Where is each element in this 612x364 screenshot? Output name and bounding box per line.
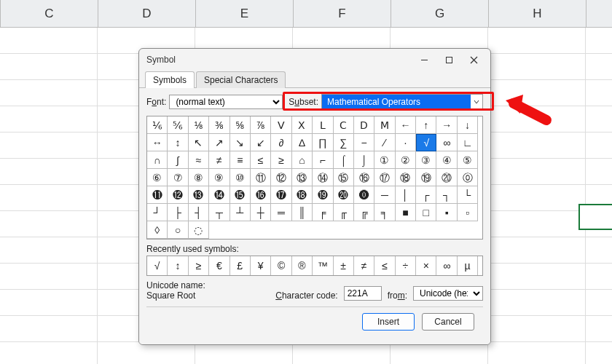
cell[interactable] (0, 316, 98, 342)
symbol-cell[interactable]: → (436, 116, 457, 134)
symbol-cell[interactable]: ⓲ (292, 186, 313, 204)
symbol-cell[interactable]: ⑦ (168, 169, 188, 186)
symbol-cell[interactable]: ≤ (251, 151, 271, 169)
symbol-cell[interactable]: ⑮ (334, 169, 354, 186)
symbol-cell[interactable]: ↑ (416, 116, 436, 134)
symbol-cell[interactable]: ⌠ (334, 151, 354, 169)
symbol-cell[interactable]: ⅚ (168, 116, 188, 134)
cell[interactable] (488, 159, 586, 185)
cell[interactable] (488, 185, 586, 211)
cell[interactable] (586, 54, 612, 80)
symbol-cell[interactable]: ┤ (189, 204, 209, 221)
symbol-cell[interactable]: ⅞ (251, 116, 271, 134)
symbol-cell[interactable]: ⓴ (334, 186, 354, 204)
symbol-cell[interactable]: Ⅴ (271, 116, 291, 134)
column-header[interactable]: H (489, 0, 586, 28)
recent-symbol-cell[interactable]: ¥ (251, 256, 271, 275)
cell[interactable] (0, 264, 98, 290)
recent-symbol-cell[interactable]: € (209, 256, 230, 275)
symbol-cell[interactable]: Ⅿ (374, 116, 395, 134)
symbol-cell[interactable]: ║ (292, 204, 313, 221)
recent-symbol-cell[interactable]: √ (147, 256, 168, 275)
symbol-cell[interactable]: ∂ (271, 134, 291, 151)
symbol-cell[interactable]: ① (374, 151, 395, 169)
symbol-cell[interactable]: ⌐ (313, 151, 333, 169)
symbol-cell[interactable]: ∆ (292, 134, 313, 151)
symbol-cell[interactable]: ④ (436, 151, 457, 169)
cell[interactable] (0, 80, 98, 106)
symbol-cell[interactable]: ≠ (209, 151, 230, 169)
symbol-cell[interactable]: ⌂ (292, 151, 313, 169)
minimize-button[interactable] (412, 51, 436, 68)
column-header[interactable]: G (391, 0, 489, 28)
cell[interactable] (0, 54, 98, 80)
symbol-cell[interactable]: ◊ (147, 221, 168, 239)
symbol-cell[interactable]: ▪ (436, 204, 457, 221)
from-select[interactable]: Unicode (hex) (413, 286, 483, 301)
cell[interactable] (293, 342, 391, 364)
symbol-cell[interactable]: ∫ (168, 151, 188, 169)
symbol-cell[interactable]: ⓮ (209, 186, 230, 204)
symbol-cell[interactable]: ∑ (334, 134, 354, 151)
symbol-cell[interactable]: ○ (168, 221, 188, 239)
symbol-cell[interactable]: ⑭ (313, 169, 333, 186)
cell[interactable] (0, 211, 98, 237)
tab-special-characters[interactable]: Special Characters (196, 71, 286, 88)
symbol-cell[interactable]: ─ (374, 186, 395, 204)
symbol-cell[interactable]: ⑬ (292, 169, 313, 186)
symbol-cell[interactable]: ↕ (168, 134, 188, 151)
cell[interactable] (488, 54, 586, 80)
cell[interactable] (98, 342, 195, 364)
symbol-cell[interactable]: ⌡ (354, 151, 374, 169)
cell[interactable] (586, 264, 612, 290)
symbol-cell[interactable]: ⓪ (458, 169, 478, 186)
recent-grid[interactable]: √↕≥€£¥©®™±≠≤÷×∞µ (146, 256, 483, 276)
symbol-cell[interactable]: ⑫ (271, 169, 291, 186)
symbol-cell[interactable]: ↓ (458, 116, 478, 134)
recent-symbol-cell[interactable]: ≠ (354, 256, 374, 275)
recent-symbol-cell[interactable]: ± (334, 256, 354, 275)
symbol-cell[interactable]: ╔ (354, 204, 374, 221)
symbol-cell[interactable]: ╒ (313, 204, 333, 221)
symbol-cell[interactable]: ↗ (209, 134, 230, 151)
symbol-cell[interactable]: ⓱ (271, 186, 291, 204)
symbol-cell[interactable]: ⅜ (209, 116, 230, 134)
cell[interactable] (586, 159, 612, 185)
symbol-cell[interactable]: ↔ (147, 134, 168, 151)
symbol-cell[interactable]: ⑲ (416, 169, 436, 186)
recent-symbol-cell[interactable]: ÷ (396, 256, 416, 275)
column-header[interactable]: E (196, 0, 294, 28)
cell[interactable] (586, 28, 612, 54)
symbol-cell[interactable]: ↙ (251, 134, 271, 151)
symbol-cell[interactable]: ┐ (436, 186, 457, 204)
recent-symbol-cell[interactable]: ® (292, 256, 313, 275)
symbol-cell[interactable]: ⑯ (354, 169, 374, 186)
symbol-cell[interactable]: ■ (396, 204, 416, 221)
close-button[interactable] (461, 51, 486, 68)
maximize-button[interactable] (436, 51, 461, 68)
cell[interactable] (586, 132, 612, 159)
recent-symbol-cell[interactable]: ™ (313, 256, 333, 275)
symbol-cell[interactable]: ⅝ (230, 116, 251, 134)
symbol-cell[interactable]: ╕ (374, 204, 395, 221)
symbol-cell[interactable]: │ (396, 186, 416, 204)
symbol-cell[interactable]: └ (458, 186, 478, 204)
cell[interactable] (488, 237, 586, 264)
symbol-cell[interactable]: ⑱ (396, 169, 416, 186)
symbol-cell[interactable]: ┼ (251, 204, 271, 221)
cell[interactable] (488, 342, 586, 364)
cell[interactable] (0, 290, 98, 316)
symbol-cell[interactable]: ← (396, 116, 416, 134)
cell[interactable] (586, 290, 612, 316)
recent-symbol-cell[interactable]: ≤ (374, 256, 395, 275)
symbol-cell[interactable]: ┴ (230, 204, 251, 221)
symbol-cell[interactable]: ↘ (230, 134, 251, 151)
cell[interactable] (0, 28, 98, 54)
symbol-cell[interactable]: ▫ (458, 204, 478, 221)
symbol-cell[interactable]: ⓰ (251, 186, 271, 204)
cell[interactable] (586, 106, 612, 132)
symbol-cell[interactable]: ∏ (313, 134, 333, 151)
tab-symbols[interactable]: Symbols (145, 71, 195, 88)
cell[interactable] (488, 106, 586, 132)
cell[interactable] (0, 159, 98, 185)
